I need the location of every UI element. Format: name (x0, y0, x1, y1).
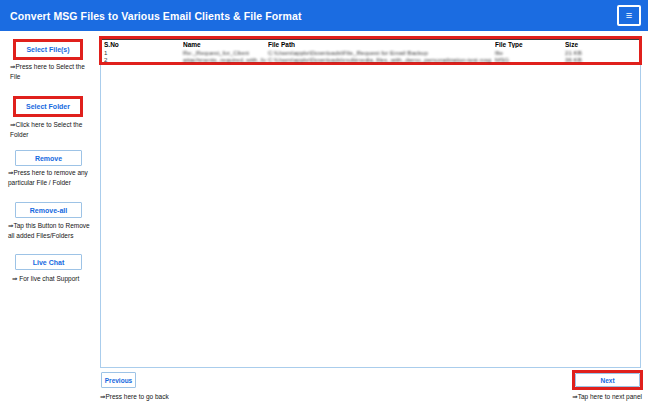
next-button-highlight: Next (572, 370, 643, 390)
live-chat-button[interactable]: Live Chat (15, 254, 82, 270)
page-title: Convert MSG Files to Various Email Clien… (0, 10, 302, 22)
select-files-caption: ⇒Press here to Select the File (10, 62, 90, 82)
previous-label: Previous (105, 377, 132, 384)
file-table: S.No Name File Path File Type Size 1 Re:… (102, 39, 639, 62)
previous-button[interactable]: Previous (101, 372, 136, 388)
title-bar: Convert MSG Files to Various Email Clien… (0, 0, 648, 31)
select-files-label: Select File(s) (26, 46, 69, 53)
cell-size: 36 KB (565, 56, 637, 63)
remove-label: Remove (35, 155, 62, 162)
next-button[interactable]: Next (575, 373, 640, 387)
table-header-row: S.No Name File Path File Type Size (102, 40, 639, 49)
remove-all-button[interactable]: Remove-all (15, 202, 82, 218)
next-caption: ⇒Tap here to next panel (572, 392, 642, 402)
file-table-highlight: S.No Name File Path File Type Size 1 Re:… (99, 36, 642, 65)
cell-path: C:\Users\apple\Downloads\File_Request fo… (268, 49, 492, 56)
table-row[interactable]: 2 attachments_required_with_fo C:\Users\… (102, 56, 639, 63)
column-header-type[interactable]: File Type (495, 41, 561, 48)
cell-path: C:\Users\apple\Downloads\multimedia_file… (268, 56, 492, 63)
column-header-path[interactable]: File Path (268, 41, 492, 48)
previous-caption: ⇒Press here to go back (100, 392, 169, 402)
column-header-size[interactable]: Size (565, 41, 637, 48)
file-list-panel[interactable] (100, 37, 641, 368)
remove-caption: ⇒Press here to remove any particular Fil… (8, 168, 96, 188)
cell-type: MSG (495, 56, 561, 63)
remove-all-caption: ⇒Tap this Button to Remove all added Fil… (8, 221, 96, 241)
app-window: Convert MSG Files to Various Email Clien… (0, 0, 648, 405)
live-chat-label: Live Chat (33, 259, 65, 266)
select-folder-caption: ⇒Click here to Select the Folder (10, 120, 90, 140)
column-header-sno[interactable]: S.No (104, 41, 178, 48)
cell-size: 21 KB (565, 49, 637, 56)
hamburger-icon: ≡ (626, 10, 632, 21)
select-files-button[interactable]: Select File(s) (13, 39, 83, 60)
live-chat-caption: ⇒ For live chat Support (12, 274, 97, 284)
cell-sno: 2 (104, 56, 178, 63)
select-folder-label: Select Folder (26, 103, 70, 110)
table-row[interactable]: 1 Re:_Request_for_Client C:\Users\apple\… (102, 49, 639, 56)
select-folder-button[interactable]: Select Folder (13, 96, 83, 117)
menu-button[interactable]: ≡ (617, 5, 641, 26)
remove-button[interactable]: Remove (15, 150, 82, 166)
cell-type: file (495, 49, 561, 56)
cell-sno: 1 (104, 49, 178, 56)
next-label: Next (600, 377, 614, 384)
remove-all-label: Remove-all (30, 207, 67, 214)
